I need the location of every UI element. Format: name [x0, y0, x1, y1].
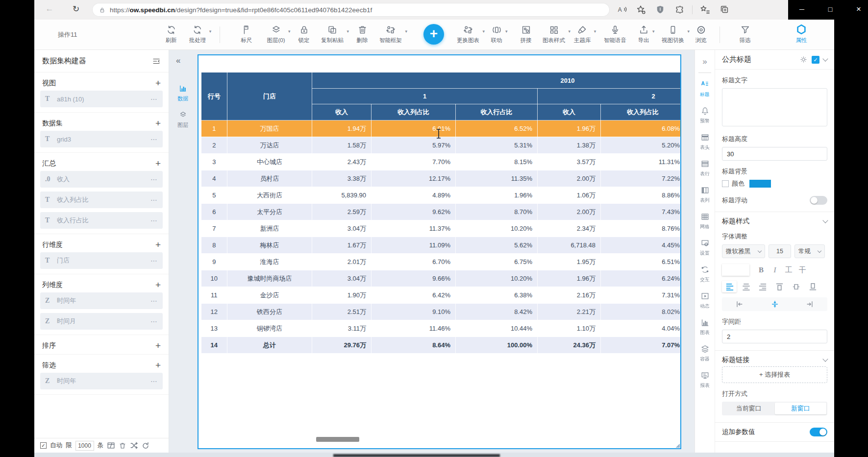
table-row[interactable]: 13铜锣湾店3.11万11.46%10.44%1.10万4.04% [201, 320, 682, 337]
italic-button[interactable]: I [768, 266, 782, 274]
toolbar-button-device[interactable]: ▾视图切换 [662, 23, 684, 44]
open-mode-new[interactable]: 新窗口 [775, 403, 827, 414]
title-float-toggle[interactable] [810, 196, 827, 205]
collapse-sidebar-icon[interactable] [152, 57, 161, 66]
letter-spacing-input[interactable] [722, 330, 827, 343]
add-field-button[interactable]: + [155, 160, 161, 168]
rail-tab-预警[interactable]: 预警 [695, 106, 715, 124]
rail-tab-图表[interactable]: 图表 [695, 318, 715, 336]
header-measure[interactable]: 收入列占比 [372, 104, 456, 120]
field-menu-icon[interactable]: ⋯ [150, 196, 158, 204]
rail-tab-容器[interactable]: 容器 [695, 344, 715, 362]
favorites-bar-icon[interactable] [699, 3, 712, 16]
font-size-input[interactable]: 15 [769, 244, 791, 258]
title-enabled-checkbox[interactable]: ✓ [812, 56, 819, 64]
field-menu-icon[interactable]: ⋯ [150, 377, 158, 385]
table-row[interactable]: 2万达店1.58万5.97%5.31%1.38万5.20% [201, 137, 682, 154]
auto-checkbox[interactable]: ✓ [40, 442, 47, 449]
toolbar-button-brush[interactable]: ▾主题库 [574, 23, 591, 44]
dropdown-caret-icon[interactable]: ▾ [505, 29, 508, 34]
add-field-button[interactable]: + [155, 241, 161, 249]
table-row[interactable]: 4员村店3.38万12.17%11.35%2.00万7.22% [201, 170, 682, 187]
browser-back-icon[interactable]: ← [44, 4, 55, 14]
toolbar-button-hexagon[interactable]: 属性 [795, 23, 807, 44]
resize-handle[interactable] [676, 444, 680, 448]
toolbar-button-mic[interactable]: 智能语音 [604, 23, 626, 44]
toolbar-button-browse[interactable]: 浏览 [695, 23, 707, 44]
dropdown-caret-icon[interactable]: ▾ [209, 29, 212, 34]
table-row[interactable]: 12铁西分店2.51万9.10%8.42%2.21万8.02% [201, 304, 682, 320]
bg-color-swatch[interactable] [749, 180, 771, 188]
address-bar[interactable]: https://ow.speedbi.cn/design?fdesign=tru… [92, 3, 610, 17]
header-measure[interactable]: 收入列占比 [601, 104, 682, 120]
add-field-button[interactable]: + [155, 281, 161, 289]
field-chip[interactable]: Z时间年⋯ [40, 292, 163, 309]
field-menu-icon[interactable]: ⋯ [150, 216, 158, 224]
header-month-2[interactable]: 2 [538, 89, 682, 104]
window-maximize-button[interactable]: □ [823, 5, 838, 13]
gear-icon[interactable] [799, 55, 808, 64]
field-menu-icon[interactable]: ⋯ [150, 95, 158, 103]
bg-color-checkbox[interactable] [722, 180, 729, 187]
toolbar-button-smart[interactable]: ▾更换图表 [457, 23, 479, 44]
dropdown-caret-icon[interactable]: ▾ [687, 29, 690, 34]
title-text-input[interactable] [722, 88, 827, 126]
chevron-down-icon[interactable] [822, 356, 828, 361]
window-close-button[interactable]: × [851, 4, 866, 14]
header-measure[interactable]: 收入 [538, 104, 601, 120]
field-chip[interactable]: T门店⋯ [40, 252, 163, 269]
field-chip[interactable]: Ta81h (10)⋯ [40, 91, 163, 107]
clear-icon[interactable] [119, 442, 126, 450]
field-menu-icon[interactable]: ⋯ [150, 257, 158, 265]
collections-icon[interactable] [718, 3, 731, 16]
toolbar-button-linkage[interactable]: ▾联动 [491, 23, 502, 44]
dropdown-caret-icon[interactable]: ▾ [568, 29, 570, 34]
align-right-button[interactable] [755, 281, 770, 292]
underline-button[interactable]: 工 [782, 265, 795, 275]
field-chip[interactable]: Z时间年⋯ [40, 373, 163, 389]
add-field-button[interactable]: + [155, 342, 161, 350]
design-canvas[interactable]: « 数据 图层 行号 门店 2010 1 2 收入 [169, 50, 694, 453]
select-report-button[interactable]: + 选择报表 [722, 366, 827, 383]
add-field-button[interactable]: + [155, 361, 161, 369]
font-weight-select[interactable]: 常规 [794, 244, 825, 258]
tracking-shield-icon[interactable] [654, 3, 667, 16]
table-row[interactable]: 14总计29.76万8.64%100.00%24.36万7.07% [201, 337, 682, 354]
align-center-button[interactable] [739, 281, 753, 292]
table-row[interactable]: 6太平分店2.59万9.62%8.70%2.00万7.43% [201, 204, 682, 220]
canvas-tab-data[interactable]: 数据 [173, 84, 193, 102]
collapse-panel-icon[interactable]: « [176, 56, 180, 66]
table-row[interactable]: 10豫城时尚商场店3.04万9.66%10.20%1.96万6.24% [201, 270, 682, 287]
toolbar-button-trash[interactable]: 删除 [357, 23, 368, 44]
rail-tab-表头[interactable]: 表头 [695, 133, 715, 151]
rail-tab-标题[interactable]: A标题 [695, 80, 715, 98]
dropdown-caret-icon[interactable]: ▾ [594, 29, 596, 34]
toolbar-button-smart[interactable]: ▾智能框架 [379, 23, 402, 44]
field-chip[interactable]: Z时间月⋯ [40, 313, 163, 330]
browser-reload-icon[interactable]: ↻ [70, 4, 82, 14]
rail-tab-表列[interactable]: 表列 [695, 186, 715, 204]
row-limit-input[interactable] [75, 441, 94, 451]
field-chip[interactable]: Tgrid3⋯ [40, 131, 163, 147]
toolbar-button-export[interactable]: ▾导出 [638, 23, 649, 44]
valign-bottom-button[interactable] [805, 281, 820, 292]
to-start-button[interactable] [722, 300, 757, 309]
chevron-down-icon[interactable] [822, 56, 828, 61]
header-measure[interactable]: 收入行占比 [456, 104, 538, 120]
add-component-button[interactable]: + [423, 24, 444, 45]
expand-panel-icon[interactable]: » [695, 57, 715, 67]
toolbar-button-refresh[interactable]: 刷新 [166, 23, 177, 44]
dropdown-caret-icon[interactable]: ▾ [652, 29, 655, 34]
v-center-button[interactable] [757, 300, 793, 309]
toolbar-button-layers[interactable]: ▾图层(0) [267, 23, 285, 44]
canvas-tab-layers[interactable]: 图层 [173, 111, 193, 129]
toolbar-button-copy[interactable]: ▾复制粘贴 [321, 23, 344, 44]
field-menu-icon[interactable]: ⋯ [150, 135, 158, 143]
rail-tab-交互[interactable]: 交互 [695, 265, 715, 283]
header-store[interactable]: 门店 [227, 72, 312, 120]
field-chip[interactable]: T收入列占比⋯ [40, 192, 163, 208]
toolbar-button-splice[interactable]: 拼接 [521, 23, 532, 44]
field-menu-icon[interactable]: ⋯ [150, 297, 158, 305]
dropdown-caret-icon[interactable]: ▾ [482, 29, 485, 34]
toolbar-button-style[interactable]: ▾图表样式 [543, 23, 565, 44]
